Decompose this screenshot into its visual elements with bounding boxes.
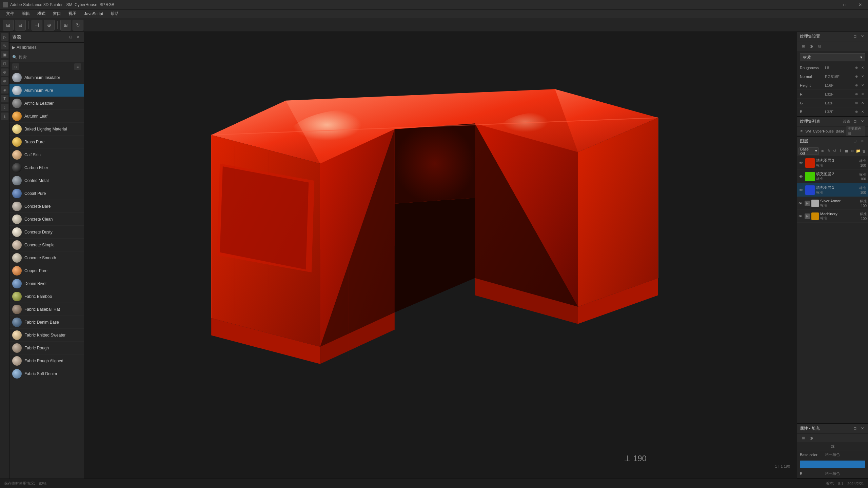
layer-item-2[interactable]: 👁 填充图层 1 标准 标准 100 bbox=[797, 183, 868, 197]
layer-item-4[interactable]: 👁 ▶ Machinery 标准 标准 100 bbox=[797, 210, 868, 223]
layer-item-1[interactable]: 👁 填充图层 2 标准 标准 100 bbox=[797, 170, 868, 183]
material-item-6[interactable]: Brass Pure bbox=[9, 136, 84, 148]
prop-link-btn[interactable]: ⊕ bbox=[854, 109, 859, 115]
texture-set-item[interactable]: 👁 SM_CyberHouse_Base 主要着色组 bbox=[797, 126, 868, 136]
menu-file[interactable]: 文件 bbox=[3, 10, 18, 17]
layer-tool-trash[interactable]: 🗑 bbox=[862, 148, 867, 155]
attr-icon-sphere[interactable]: ◑ bbox=[808, 435, 815, 442]
attr-close-btn[interactable]: ✕ bbox=[859, 426, 865, 432]
maximize-button[interactable]: □ bbox=[837, 0, 852, 9]
prop-close-btn[interactable]: ✕ bbox=[860, 100, 865, 106]
render-close-button[interactable]: ✕ bbox=[859, 34, 865, 40]
layer-tool-paint[interactable]: ✎ bbox=[826, 148, 831, 155]
material-item-20[interactable]: Fabric Denim Base bbox=[9, 316, 84, 329]
material-item-10[interactable]: Cobalt Pure bbox=[9, 187, 84, 200]
prop-link-btn[interactable]: ⊕ bbox=[854, 92, 859, 97]
step-back-button[interactable]: ⊣ bbox=[32, 20, 42, 30]
prop-close-btn[interactable]: ✕ bbox=[860, 74, 865, 79]
breadcrumb[interactable]: ▶ All libraries bbox=[9, 43, 84, 52]
material-item-11[interactable]: Concrete Bare bbox=[9, 200, 84, 213]
attr-icon-texture[interactable]: ⊞ bbox=[800, 435, 807, 442]
tex-float-btn[interactable]: ⊡ bbox=[852, 119, 858, 125]
material-item-19[interactable]: Fabric Baseball Hat bbox=[9, 303, 84, 316]
prop-link-btn[interactable]: ⊕ bbox=[854, 74, 859, 79]
menu-view[interactable]: 视图 bbox=[65, 10, 80, 17]
layer-tool-visibility[interactable]: 👁 bbox=[820, 148, 825, 155]
layers-close-btn[interactable]: ✕ bbox=[859, 138, 865, 144]
tool-smudge[interactable]: ⊙ bbox=[1, 68, 8, 76]
menu-help[interactable]: 帮助 bbox=[107, 10, 122, 17]
layers-float-btn[interactable]: ⊡ bbox=[852, 138, 858, 144]
pin-button[interactable]: ⊕ bbox=[44, 20, 55, 30]
prop-close-btn[interactable]: ✕ bbox=[860, 65, 865, 70]
tool-clone[interactable]: ⊕ bbox=[1, 77, 8, 85]
material-item-8[interactable]: Carbon Fiber bbox=[9, 161, 84, 174]
material-item-1[interactable]: Aluminium Insulator bbox=[9, 71, 84, 84]
prop-close-btn[interactable]: ✕ bbox=[860, 92, 865, 97]
material-item-13[interactable]: Concrete Dusty bbox=[9, 226, 84, 239]
tool-import[interactable]: ⇩ bbox=[1, 104, 8, 111]
layer-tool-mask[interactable]: ⊕ bbox=[850, 148, 855, 155]
material-item-14[interactable]: Concrete Simple bbox=[9, 239, 84, 251]
list-view-button[interactable]: ≡ bbox=[74, 63, 81, 70]
tool-text[interactable]: T bbox=[1, 95, 8, 102]
expand-button[interactable]: ⊞ bbox=[60, 20, 71, 30]
tool-info[interactable]: ℹ bbox=[1, 113, 8, 120]
material-item-23[interactable]: Fabric Rough Aligned bbox=[9, 354, 84, 367]
material-item-12[interactable]: Concrete Clean bbox=[9, 213, 84, 226]
material-item-3[interactable]: Artificial Leather bbox=[9, 97, 84, 110]
material-item-18[interactable]: Fabric Bamboo bbox=[9, 290, 84, 303]
render-icon-3[interactable]: ⊟ bbox=[816, 43, 823, 49]
tool-paint[interactable]: ✎ bbox=[1, 42, 8, 49]
prop-link-btn[interactable]: ⊕ bbox=[854, 83, 859, 88]
color-swatch[interactable] bbox=[800, 461, 865, 468]
menu-edit[interactable]: 编辑 bbox=[18, 10, 33, 17]
prop-link-btn[interactable]: ⊕ bbox=[854, 100, 859, 106]
menu-mode[interactable]: 模式 bbox=[34, 10, 49, 17]
search-input[interactable] bbox=[19, 55, 81, 60]
tool-select[interactable]: ▷ bbox=[1, 33, 8, 41]
attr-float-btn[interactable]: ⊡ bbox=[852, 426, 858, 432]
material-item-2[interactable]: Aluminium Pure bbox=[9, 84, 84, 97]
material-item-16[interactable]: Copper Pure bbox=[9, 264, 84, 277]
tool-mask[interactable]: ◈ bbox=[1, 86, 8, 94]
prop-close-btn[interactable]: ✕ bbox=[860, 109, 865, 115]
layer-tool-folder[interactable]: 📁 bbox=[855, 148, 861, 155]
layer-tool-reset[interactable]: ↺ bbox=[832, 148, 837, 155]
tool-erase[interactable]: ◻ bbox=[1, 60, 8, 67]
material-item-5[interactable]: Baked Lighting Material bbox=[9, 123, 84, 136]
menu-window[interactable]: 窗口 bbox=[50, 10, 64, 17]
material-dropdown[interactable]: 材质 ▾ bbox=[800, 53, 865, 61]
material-item-7[interactable]: Calf Skin bbox=[9, 148, 84, 161]
grid-small-button[interactable]: ⊟ bbox=[15, 20, 26, 30]
material-item-9[interactable]: Coated Metal bbox=[9, 174, 84, 187]
render-icon-2[interactable]: ◑ bbox=[808, 43, 815, 49]
blend-mode-dropdown[interactable]: Base col ▾ bbox=[798, 147, 819, 155]
material-item-24[interactable]: Fabric Soft Denim bbox=[9, 367, 84, 380]
prop-close-btn[interactable]: ✕ bbox=[860, 83, 865, 88]
panel-close-button[interactable]: ✕ bbox=[75, 34, 81, 40]
minimize-button[interactable]: ─ bbox=[821, 0, 837, 9]
grid-large-button[interactable]: ⊞ bbox=[3, 20, 14, 30]
panel-float-button[interactable]: ⊡ bbox=[67, 34, 74, 40]
filter-button[interactable]: ⊙ bbox=[12, 63, 19, 70]
layer-tool-fill[interactable]: ◼ bbox=[844, 148, 849, 155]
tool-fill[interactable]: ▣ bbox=[1, 51, 8, 58]
texture-set-settings[interactable]: 设置 bbox=[843, 119, 850, 124]
menu-javascript[interactable]: JavaScript bbox=[81, 11, 106, 17]
render-float-button[interactable]: ⊡ bbox=[852, 34, 858, 40]
material-item-22[interactable]: Fabric Rough bbox=[9, 342, 84, 354]
material-item-4[interactable]: Autumn Leaf bbox=[9, 110, 84, 123]
layer-item-3[interactable]: 👁 ▶ Silver Armor 标准 标准 100 bbox=[797, 197, 868, 210]
render-icon-1[interactable]: ⊞ bbox=[800, 43, 807, 49]
material-item-15[interactable]: Concrete Smooth bbox=[9, 251, 84, 264]
prop-link-btn[interactable]: ⊕ bbox=[854, 65, 859, 70]
material-item-21[interactable]: Fabric Knitted Sweater bbox=[9, 329, 84, 342]
close-button[interactable]: ✕ bbox=[852, 0, 868, 9]
tex-close-btn[interactable]: ✕ bbox=[859, 119, 865, 125]
layer-tool-brush[interactable]: ⌇ bbox=[838, 148, 843, 155]
refresh-button[interactable]: ↻ bbox=[73, 20, 83, 30]
viewport[interactable]: ⊥ 190 1 | 1 190 bbox=[84, 32, 797, 479]
layer-item-0[interactable]: 👁 填充图层 3 标准 标准 100 bbox=[797, 156, 868, 170]
material-item-17[interactable]: Denim Rivet bbox=[9, 277, 84, 290]
